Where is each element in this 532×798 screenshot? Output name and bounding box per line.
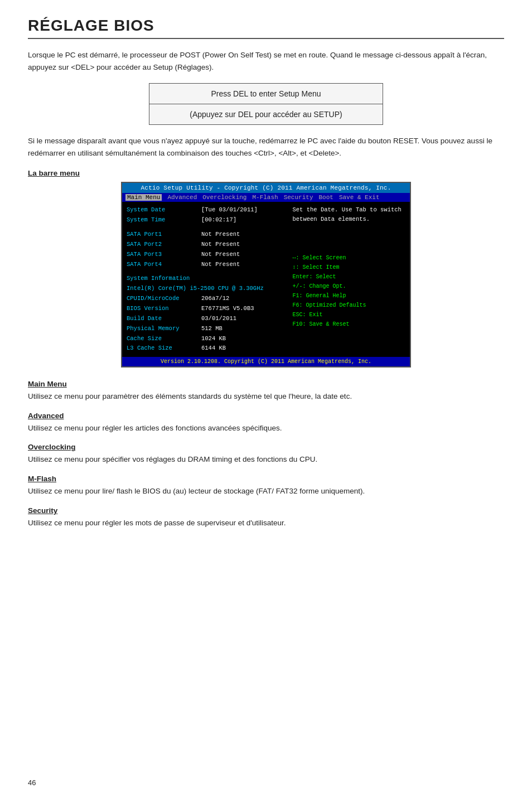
bios-screenshot: Actio Setup Utility - Copyright (C) 2011… bbox=[121, 182, 411, 367]
bios-menu-item-save[interactable]: Save & Exit bbox=[339, 194, 380, 201]
bios-shortcut-f1: F1: General Help bbox=[293, 291, 406, 301]
intro-paragraph1: Lorsque le PC est démarré, le processeur… bbox=[28, 49, 504, 73]
page-title: RÉGLAGE BIOS bbox=[28, 17, 504, 35]
bios-shortcut-updown: ↕: Select Item bbox=[293, 263, 406, 272]
bios-label-l3cache: L3 Cache Size bbox=[127, 344, 199, 354]
bios-hint-text: Set the Date. Use Tab to switch between … bbox=[293, 205, 406, 224]
section-security: SecurityUtilisez ce menu pour régler les… bbox=[28, 506, 504, 529]
bios-menu-item-main[interactable]: Main Menu bbox=[125, 194, 162, 201]
bios-value-sata1: Not Present bbox=[201, 230, 240, 240]
section-overclocking: OverclockingUtilisez ce menu pour spécif… bbox=[28, 443, 504, 466]
bios-shortcut-arrows: ↔: Select Screen bbox=[293, 253, 406, 263]
section-title-security: Security bbox=[28, 506, 504, 515]
section-m-flash: M-FlashUtilisez ce menu pour lire/ flash… bbox=[28, 475, 504, 497]
press-del-line2: (Appuyez sur DEL pour accéder au SETUP) bbox=[149, 104, 383, 124]
bios-row-date: System Date [Tue 03/01/2011] bbox=[127, 205, 285, 215]
bios-footer: Version 2.10.1208. Copyright (C) 2011 Am… bbox=[122, 357, 410, 366]
bios-row-biosver: BIOS Version E76771MS V5.0B3 bbox=[127, 304, 285, 314]
section-title-overclocking: Overclocking bbox=[28, 443, 504, 451]
bios-body: System Date [Tue 03/01/2011] System Time… bbox=[122, 202, 410, 357]
section-text-security: Utilisez ce menu pour régler les mots de… bbox=[28, 517, 504, 529]
section-title-advanced: Advanced bbox=[28, 412, 504, 420]
bios-row-time: System Time [00:02:17] bbox=[127, 215, 285, 225]
bios-value-date: [Tue 03/01/2011] bbox=[201, 205, 258, 215]
bios-label-biosver: BIOS Version bbox=[127, 304, 199, 314]
bios-label-date: System Date bbox=[127, 205, 199, 215]
bios-row-cache: Cache Size 1024 KB bbox=[127, 334, 285, 344]
bios-label-time: System Time bbox=[127, 215, 199, 225]
bios-label-sata4: SATA Port4 bbox=[127, 260, 199, 270]
bios-menu-item-advanced[interactable]: Advanced bbox=[167, 194, 197, 201]
bios-blank2 bbox=[127, 269, 285, 274]
section-advanced: AdvancedUtilisez ce menu pour régler les… bbox=[28, 412, 504, 434]
section-text-overclocking: Utilisez ce menu pour spécifier vos régl… bbox=[28, 453, 504, 466]
bios-row-sata4: SATA Port4 Not Present bbox=[127, 260, 285, 270]
bios-row-builddate: Build Date 03/01/2011 bbox=[127, 314, 285, 324]
bios-shortcut-enter: Enter: Select bbox=[293, 272, 406, 282]
bios-value-cpuid: 206a7/12 bbox=[201, 294, 229, 304]
bios-value-biosver: E76771MS V5.0B3 bbox=[201, 304, 254, 314]
bios-label-cache: Cache Size bbox=[127, 334, 199, 344]
bios-label-sata2: SATA Port2 bbox=[127, 240, 199, 250]
bios-value-cache: 1024 KB bbox=[201, 334, 226, 344]
menu-bar-section-heading: La barre menu bbox=[28, 169, 504, 177]
bios-value-sata4: Not Present bbox=[201, 260, 240, 270]
bios-shortcut-f6: F6: Optimized Defaults bbox=[293, 301, 406, 310]
bios-right-blank2 bbox=[293, 231, 406, 235]
bios-row-sata3: SATA Port3 Not Present bbox=[127, 250, 285, 260]
section-title-main-menu: Main Menu bbox=[28, 380, 504, 388]
section-main-menu: Main MenuUtilisez ce menu pour paramètre… bbox=[28, 380, 504, 403]
bios-row-cpuid: CPUID/MicroCode 206a7/12 bbox=[127, 294, 285, 304]
bios-right-panel: Set the Date. Use Tab to switch between … bbox=[289, 205, 406, 354]
title-divider bbox=[28, 38, 504, 39]
bios-cpu-label: Intel(R) Core(TM) i5-2500 CPU @ 3.30GHz bbox=[127, 284, 285, 294]
press-del-line1: Press DEL to enter Setup Menu bbox=[149, 84, 383, 104]
bios-value-l3cache: 6144 KB bbox=[201, 344, 226, 354]
section-text-main-menu: Utilisez ce menu pour paramètrer des élé… bbox=[28, 390, 504, 403]
bios-left-panel: System Date [Tue 03/01/2011] System Time… bbox=[127, 205, 285, 354]
bios-value-time: [00:02:17] bbox=[201, 215, 236, 225]
bios-menu-bar: Main Menu Advanced Overclocking M-Flash … bbox=[122, 193, 410, 202]
bios-label-sata3: SATA Port3 bbox=[127, 250, 199, 260]
bios-row-sata2: SATA Port2 Not Present bbox=[127, 240, 285, 250]
bios-shortcut-plusminus: +/-: Change Opt. bbox=[293, 282, 406, 291]
bios-label-phymem: Physical Memory bbox=[127, 324, 199, 334]
section-text-advanced: Utilisez ce menu pour régler les article… bbox=[28, 422, 504, 434]
section-text-m-flash: Utilisez ce menu pour lire/ flash le BIO… bbox=[28, 485, 504, 497]
bios-right-blank3 bbox=[293, 235, 406, 240]
bios-value-builddate: 03/01/2011 bbox=[201, 314, 236, 324]
page-number: 46 bbox=[28, 778, 36, 787]
bios-menu-item-overclocking[interactable]: Overclocking bbox=[202, 194, 246, 201]
bios-value-phymem: 512 MB bbox=[201, 324, 223, 334]
bios-title-bar: Actio Setup Utility - Copyright (C) 2011… bbox=[122, 183, 410, 193]
bios-shortcut-esc: ESC: Exit bbox=[293, 310, 406, 320]
bios-right-blank5 bbox=[293, 244, 406, 249]
bios-label-cpuid: CPUID/MicroCode bbox=[127, 294, 199, 304]
bios-right-blank bbox=[293, 226, 406, 231]
bios-sysinfo-label: System Information bbox=[127, 274, 285, 284]
bios-shortcut-f10: F10: Save & Reset bbox=[293, 320, 406, 329]
bios-value-sata3: Not Present bbox=[201, 250, 240, 260]
bios-right-blank4 bbox=[293, 240, 406, 244]
menu-sections-container: Main MenuUtilisez ce menu pour paramètre… bbox=[28, 380, 504, 529]
bios-blank1 bbox=[127, 225, 285, 230]
bios-value-sata2: Not Present bbox=[201, 240, 240, 250]
bios-menu-item-boot[interactable]: Boot bbox=[318, 194, 333, 201]
bios-row-sata1: SATA Port1 Not Present bbox=[127, 230, 285, 240]
intro-paragraph2: Si le message disparaît avant que vous n… bbox=[28, 135, 504, 159]
bios-label-builddate: Build Date bbox=[127, 314, 199, 324]
bios-menu-item-security[interactable]: Security bbox=[284, 194, 313, 201]
press-del-box: Press DEL to enter Setup Menu (Appuyez s… bbox=[149, 83, 383, 125]
bios-right-blank6 bbox=[293, 249, 406, 253]
bios-row-l3cache: L3 Cache Size 6144 KB bbox=[127, 344, 285, 354]
bios-row-phymem: Physical Memory 512 MB bbox=[127, 324, 285, 334]
section-title-m-flash: M-Flash bbox=[28, 475, 504, 483]
bios-menu-item-mflash[interactable]: M-Flash bbox=[252, 194, 278, 201]
bios-label-sata1: SATA Port1 bbox=[127, 230, 199, 240]
